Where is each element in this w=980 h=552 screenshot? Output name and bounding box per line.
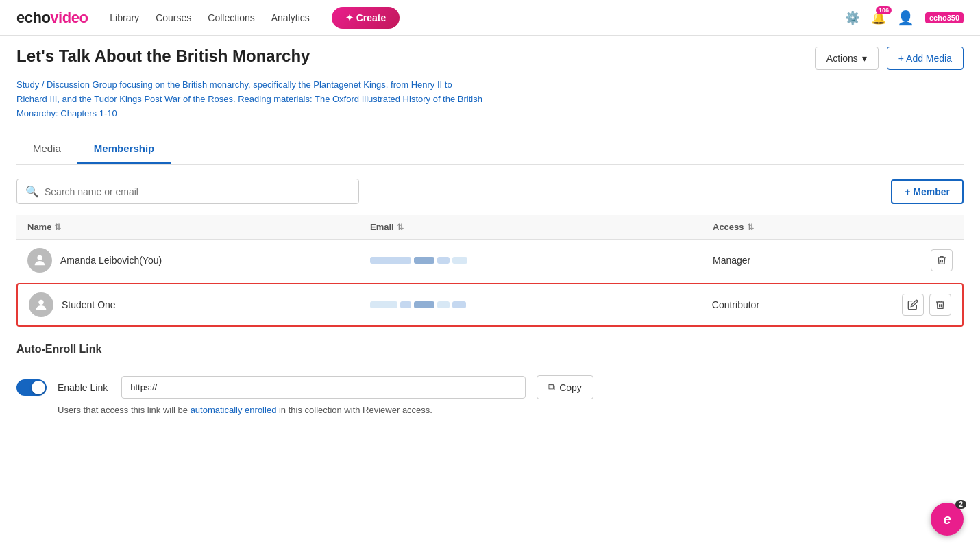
nav-library[interactable]: Library xyxy=(110,12,139,23)
edit-member-button[interactable] xyxy=(902,294,924,316)
divider xyxy=(16,364,964,364)
logo-echo: echo xyxy=(16,9,50,27)
header: echovideo Library Courses Collections An… xyxy=(0,0,980,36)
col-name: Name ⇅ xyxy=(27,222,370,232)
header-right: ⚙️ 🔔 106 👤 echo350 xyxy=(845,10,964,26)
add-member-button[interactable]: + Member xyxy=(891,179,964,204)
col-actions-header xyxy=(884,222,953,232)
toggle-knob xyxy=(32,381,45,394)
chat-badge: 2 xyxy=(955,500,966,509)
delete-member-button[interactable] xyxy=(931,249,953,271)
enable-link-toggle[interactable] xyxy=(16,379,47,396)
page-description: Study / Discussion Group focusing on the… xyxy=(16,78,482,121)
auto-enroll-section: Auto-Enroll Link Enable Link ⧉ Copy User… xyxy=(16,343,964,415)
main-nav: Library Courses Collections Analytics xyxy=(110,12,309,23)
chat-icon: e xyxy=(943,512,951,527)
auto-enroll-title: Auto-Enroll Link xyxy=(16,343,964,355)
sort-access-icon[interactable]: ⇅ xyxy=(747,223,754,232)
main-content: Let's Talk About the British Monarchy Ac… xyxy=(0,36,980,552)
row-actions xyxy=(883,294,951,316)
tab-membership[interactable]: Membership xyxy=(77,134,171,164)
nav-courses[interactable]: Courses xyxy=(156,12,191,23)
logo-video: video xyxy=(50,9,88,27)
notifications-icon[interactable]: 🔔 106 xyxy=(871,10,886,25)
copy-button[interactable]: ⧉ Copy xyxy=(537,375,593,399)
nav-analytics[interactable]: Analytics xyxy=(271,12,310,23)
create-button[interactable]: ✦ Create xyxy=(332,7,400,29)
sort-name-icon[interactable]: ⇅ xyxy=(54,223,61,232)
member-access: Contributor xyxy=(712,299,883,310)
actions-button[interactable]: Actions ▾ xyxy=(815,47,879,70)
member-email-cell xyxy=(370,257,713,264)
avatar xyxy=(29,292,53,317)
delete-member-button[interactable] xyxy=(929,294,951,316)
tabs: Media Membership xyxy=(16,134,964,165)
table-header: Name ⇅ Email ⇅ Access ⇅ xyxy=(16,215,964,240)
add-media-button[interactable]: + Add Media xyxy=(887,47,964,70)
url-input[interactable] xyxy=(121,376,526,399)
header-left: echovideo Library Courses Collections An… xyxy=(16,7,400,29)
auto-enroll-note: Users that access this link will be auto… xyxy=(58,405,964,415)
copy-icon: ⧉ xyxy=(548,381,555,393)
search-member-row: 🔍 + Member xyxy=(16,179,964,204)
user-icon[interactable]: 👤 xyxy=(897,10,914,26)
col-email: Email ⇅ xyxy=(370,222,713,232)
auto-enroll-link[interactable]: automatically enrolled xyxy=(191,405,277,415)
logo[interactable]: echovideo xyxy=(16,9,88,27)
settings-icon[interactable]: ⚙️ xyxy=(845,10,860,25)
page-header: Let's Talk About the British Monarchy Ac… xyxy=(16,47,964,70)
tab-media[interactable]: Media xyxy=(16,134,77,164)
member-name: Student One xyxy=(62,299,116,310)
member-email-cell xyxy=(370,301,711,308)
table-row: Student One Contributor xyxy=(16,283,964,327)
col-access: Access ⇅ xyxy=(713,222,884,232)
enable-link-row: Enable Link ⧉ Copy xyxy=(16,375,964,399)
avatar xyxy=(27,248,52,273)
svg-point-0 xyxy=(37,255,42,260)
notif-badge: 106 xyxy=(876,6,892,14)
chat-button[interactable]: e 2 xyxy=(931,503,964,536)
chevron-down-icon: ▾ xyxy=(862,53,867,64)
svg-point-1 xyxy=(38,300,43,305)
sort-email-icon[interactable]: ⇅ xyxy=(397,223,404,232)
echo350-label: echo350 xyxy=(925,12,964,23)
page-actions: Actions ▾ + Add Media xyxy=(815,47,964,70)
table-row: Amanda Leibovich(You) Manager xyxy=(16,240,964,281)
nav-collections[interactable]: Collections xyxy=(208,12,254,23)
member-name-cell: Amanda Leibovich(You) xyxy=(27,248,370,273)
member-name: Amanda Leibovich(You) xyxy=(60,255,162,266)
search-icon: 🔍 xyxy=(25,185,39,198)
member-access: Manager xyxy=(713,255,884,266)
row-actions xyxy=(884,249,953,271)
enable-label: Enable Link xyxy=(58,382,108,393)
member-name-cell: Student One xyxy=(29,292,370,317)
page-title: Let's Talk About the British Monarchy xyxy=(16,47,310,66)
search-input[interactable] xyxy=(45,186,350,197)
search-box[interactable]: 🔍 xyxy=(16,179,359,204)
